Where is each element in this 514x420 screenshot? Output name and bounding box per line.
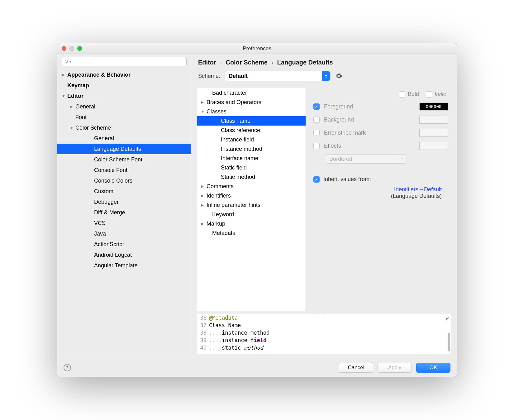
window-close-button[interactable]: [62, 46, 66, 51]
chevron-down-icon: ▾: [69, 60, 71, 64]
sidebar-item[interactable]: Diff & Merge: [57, 207, 191, 218]
sidebar-item[interactable]: Java: [57, 228, 191, 239]
italic-label: Italic: [435, 91, 446, 98]
foreground-swatch[interactable]: 000000: [419, 103, 448, 111]
preview-editor[interactable]: ✔ 36@Metadata 37Class Name 38....instanc…: [197, 314, 451, 354]
preview-text: static: [222, 345, 244, 351]
token-item[interactable]: Metadata: [197, 228, 306, 238]
sidebar-item[interactable]: Font: [57, 112, 191, 122]
help-button[interactable]: ?: [64, 364, 71, 371]
sidebar-item[interactable]: Android Logcat: [57, 250, 191, 260]
token-item-label: Metadata: [212, 230, 236, 236]
search-icon: [64, 60, 69, 64]
scheme-select[interactable]: Default: [225, 71, 331, 81]
token-item[interactable]: Interface name: [197, 154, 306, 163]
sidebar-item-label: Debugger: [94, 199, 119, 205]
sidebar-item[interactable]: Angular Template: [57, 260, 191, 271]
window-minimize-button[interactable]: [69, 46, 74, 51]
sidebar-item-label: Language Defaults: [94, 146, 141, 152]
sidebar-item-label: Keymap: [67, 82, 89, 89]
sidebar-item[interactable]: Console Font: [57, 165, 191, 175]
apply-button[interactable]: Apply: [378, 363, 412, 373]
sidebar-item[interactable]: ▼Color Scheme: [57, 122, 191, 133]
token-item-label: Static method: [221, 174, 255, 180]
inherit-link[interactable]: Identifiers→Default: [394, 186, 442, 193]
token-item-label: Class name: [221, 118, 250, 124]
token-item[interactable]: Instance method: [197, 144, 306, 154]
chevron-right-icon: ▶: [201, 184, 207, 189]
ok-button[interactable]: OK: [416, 363, 450, 373]
sidebar-item-label: General: [75, 103, 95, 110]
error-stripe-swatch[interactable]: [419, 129, 448, 137]
bold-label: Bold: [408, 91, 419, 98]
sidebar-item[interactable]: Debugger: [57, 197, 191, 207]
token-item[interactable]: Class name: [197, 116, 306, 126]
token-item-label: Instance method: [221, 146, 262, 152]
token-item[interactable]: ▶Markup: [197, 219, 306, 228]
foreground-label: Foreground: [324, 103, 415, 110]
gutter-line: 36: [197, 314, 209, 322]
token-item[interactable]: Instance field: [197, 135, 306, 144]
sidebar-item[interactable]: General: [57, 133, 191, 144]
sidebar-item[interactable]: ▶General: [57, 101, 191, 112]
sidebar-item-label: ActionScript: [94, 241, 124, 248]
breadcrumb-editor[interactable]: Editor: [198, 59, 216, 66]
check-icon: ✔: [446, 315, 449, 321]
search-field[interactable]: [72, 59, 184, 64]
token-item[interactable]: ▼Classes: [197, 107, 306, 116]
preview-text: ....: [209, 337, 222, 343]
token-item[interactable]: Static field: [197, 163, 306, 172]
background-checkbox[interactable]: [313, 117, 320, 123]
effects-type-value: Bordered: [329, 156, 352, 162]
sidebar-item[interactable]: Color Scheme Font: [57, 154, 191, 165]
scheme-gear-button[interactable]: [335, 72, 342, 80]
inherit-checkbox[interactable]: ✓: [313, 176, 320, 183]
window-zoom-button[interactable]: [77, 46, 82, 51]
token-item[interactable]: Keyword: [197, 210, 306, 219]
sidebar-item[interactable]: Custom: [57, 186, 191, 197]
sidebar-item[interactable]: ▼Editor: [57, 91, 191, 101]
italic-checkbox[interactable]: [426, 91, 432, 98]
settings-tree[interactable]: ▶Appearance & BehaviorKeymap▼Editor▶Gene…: [57, 69, 191, 358]
token-item[interactable]: ▶Comments: [197, 182, 306, 191]
sidebar-item-label: Color Scheme Font: [94, 156, 142, 163]
foreground-checkbox[interactable]: ✓: [313, 103, 320, 110]
bold-checkbox[interactable]: [399, 91, 405, 98]
background-swatch[interactable]: [419, 116, 448, 124]
token-item-label: Classes: [207, 108, 226, 115]
sidebar-item-label: Java: [94, 231, 106, 237]
token-item[interactable]: ▶Braces and Operators: [197, 98, 306, 107]
chevron-right-icon: ▶: [201, 193, 207, 198]
sidebar-item-label: Angular Template: [94, 262, 138, 269]
effects-checkbox[interactable]: [313, 143, 320, 149]
token-item-label: Comments: [207, 183, 234, 190]
inherit-label: Inherit values from:: [323, 176, 371, 183]
gutter-line: 38: [197, 329, 209, 336]
token-item[interactable]: ▶Identifiers: [197, 191, 306, 200]
token-item-label: Instance field: [221, 136, 254, 143]
scrollbar[interactable]: [448, 333, 450, 351]
sidebar-item[interactable]: ▶Appearance & Behavior: [57, 69, 191, 80]
cancel-button[interactable]: Cancel: [339, 363, 373, 373]
token-item[interactable]: Class reference: [197, 126, 306, 135]
sidebar-item[interactable]: Console Colors: [57, 175, 191, 186]
sidebar-item[interactable]: Language Defaults: [57, 144, 191, 154]
token-item[interactable]: ▶Inline parameter hints: [197, 200, 306, 210]
token-item-label: Identifiers: [207, 193, 231, 199]
effects-swatch[interactable]: [419, 142, 448, 150]
token-item[interactable]: Static method: [197, 172, 306, 182]
sidebar-item-label: Console Font: [94, 167, 127, 174]
sidebar-item[interactable]: Keymap: [57, 80, 191, 91]
effects-type-select[interactable]: Bordered: [326, 154, 407, 164]
splitter-grip[interactable]: ⋯⋯: [197, 311, 451, 314]
preview-text: ....: [209, 330, 222, 336]
token-item[interactable]: Bad character: [197, 88, 306, 98]
sidebar-item[interactable]: VCS: [57, 218, 191, 228]
breadcrumb-language-defaults: Language Defaults: [277, 59, 333, 66]
token-tree[interactable]: Bad character▶Braces and Operators▼Class…: [197, 88, 306, 311]
inherit-sub: (Language Defaults): [391, 193, 442, 199]
error-stripe-checkbox[interactable]: [313, 130, 320, 136]
search-input[interactable]: ▾: [62, 57, 187, 66]
sidebar-item[interactable]: ActionScript: [57, 239, 191, 250]
breadcrumb-color-scheme[interactable]: Color Scheme: [226, 59, 267, 66]
